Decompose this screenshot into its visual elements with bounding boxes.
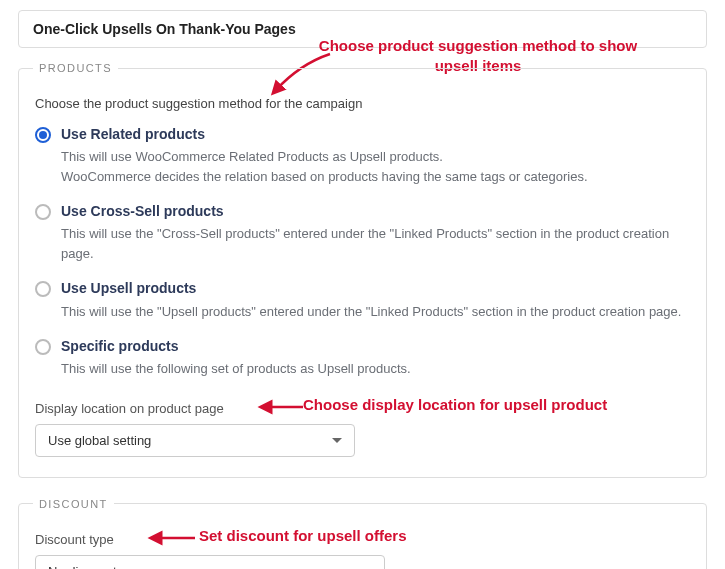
radio-icon <box>35 339 51 355</box>
page-title: One-Click Upsells On Thank-You Pages <box>33 21 296 37</box>
dropdown-value: No discount <box>48 564 117 569</box>
discount-fieldset: DISCOUNT Set discount for upsell offers … <box>18 498 707 569</box>
products-fieldset: PRODUCTS Choose the product suggestion m… <box>18 62 707 478</box>
products-legend: PRODUCTS <box>33 62 118 74</box>
radio-specific[interactable]: Specific products This will use the foll… <box>35 337 690 379</box>
discount-legend: DISCOUNT <box>33 498 114 510</box>
dropdown-value: Use global setting <box>48 433 151 448</box>
radio-related-products[interactable]: Use Related products This will use WooCo… <box>35 125 690 186</box>
radio-desc: This will use the following set of produ… <box>61 359 411 379</box>
radio-cross-sell[interactable]: Use Cross-Sell products This will use th… <box>35 202 690 263</box>
page-title-box: One-Click Upsells On Thank-You Pages <box>18 10 707 48</box>
discount-type-label: Discount type <box>35 532 690 547</box>
radio-icon <box>35 281 51 297</box>
chevron-down-icon <box>332 438 342 443</box>
radio-upsell[interactable]: Use Upsell products This will use the "U… <box>35 279 690 321</box>
display-location-dropdown[interactable]: Use global setting <box>35 424 355 457</box>
radio-icon <box>35 204 51 220</box>
radio-desc: This will use the "Cross-Sell products" … <box>61 224 690 263</box>
display-location-label: Display location on product page <box>35 401 690 416</box>
radio-desc: This will use the "Upsell products" ente… <box>61 302 681 322</box>
radio-icon <box>35 127 51 143</box>
radio-desc: This will use WooCommerce Related Produc… <box>61 147 588 186</box>
products-intro: Choose the product suggestion method for… <box>35 96 690 111</box>
radio-label: Use Cross-Sell products <box>61 202 690 220</box>
suggestion-method-radio-group: Use Related products This will use WooCo… <box>35 125 690 379</box>
radio-label: Use Upsell products <box>61 279 681 297</box>
radio-label: Specific products <box>61 337 411 355</box>
discount-type-dropdown[interactable]: No discount <box>35 555 385 569</box>
radio-label: Use Related products <box>61 125 588 143</box>
